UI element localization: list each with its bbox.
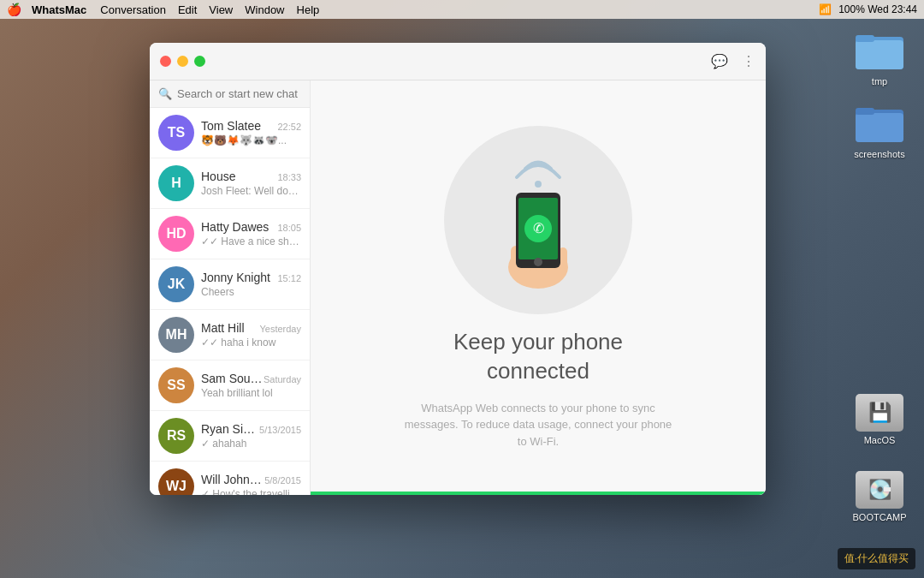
folder-icon-tmp [856,30,903,73]
folder-icon-screenshots [856,103,903,146]
chat-info-ryan: Ryan Singh 5/13/2015 ✓ ahahah [201,422,301,450]
sidebar: 🔍 TS Tom Slatee 22:52 [150,80,311,495]
search-bar: 🔍 [150,80,310,108]
desktop-icon-macos[interactable]: 💾 MacOS [845,394,914,445]
chat-item-hatty-dawes[interactable]: HD Hatty Dawes 18:05 ✓✓ Have a nice shif… [150,209,310,259]
avatar-tom-slatee: TS [158,115,194,151]
svg-rect-4 [856,113,903,142]
desktop-icon-bootcamp[interactable]: 💽 BOOTCAMP [845,471,914,522]
search-icon: 🔍 [158,87,172,100]
phone-illustration-svg: ✆ [453,134,624,306]
avatar-initials: WJ [158,468,194,495]
main-content: 🔍 TS Tom Slatee 22:52 [150,80,766,495]
chat-preview-tom: 🐯🐻🦊🐺🦝🐨... [201,134,301,146]
chat-info-will: Will Johnson 5/8/2015 ✓ How's the travel… [201,473,301,495]
menu-help[interactable]: Help [297,3,320,16]
search-input[interactable] [177,87,301,100]
chat-item-matt-hill[interactable]: MH Matt Hill Yesterday ✓✓ haha i know [150,310,310,361]
chat-list[interactable]: TS Tom Slatee 22:52 🐯🐻🦊🐺🦝🐨... [150,108,310,495]
apple-menu[interactable]: 🍎 [7,3,21,16]
maximize-button[interactable] [194,56,205,67]
menu-view[interactable]: View [209,3,233,16]
chat-info-sam: Sam Southall Saturday Yeah brilliant lol [201,372,301,399]
whatsmac-window: 💬 ⋮ 🔍 TS [150,43,766,495]
chat-name-sam: Sam Southall [201,372,264,385]
menu-edit[interactable]: Edit [178,3,197,16]
chat-time-house: 18:33 [277,172,301,182]
chat-preview-will: ✓ How's the travelling g... [201,488,301,495]
bottom-bar [311,492,766,495]
hdd-bootcamp-icon: 💽 [856,471,903,509]
icon-macos-label: MacOS [864,435,896,445]
chat-time-ryan: 5/13/2015 [259,425,301,435]
desktop: 🍎 WhatsMac Conversation Edit View Window… [0,0,924,578]
chat-name-will: Will Johnson [201,473,264,486]
avatar-initials: RS [158,418,194,454]
desktop-icon-screenshots[interactable]: screenshots [845,103,914,159]
chat-name-hatty: Hatty Dawes [201,220,269,234]
chat-time-sam: Saturday [264,374,301,384]
icon-tmp-label: tmp [872,76,887,86]
desktop-icon-tmp[interactable]: tmp [845,30,914,86]
watermark: 值·什么值得买 [838,548,915,569]
menubar: 🍎 WhatsMac Conversation Edit View Window… [0,0,924,19]
avatar-initials: JK [158,266,194,302]
chat-name-ryan: Ryan Singh [201,422,259,436]
phone-illustration: ✆ Keep your phone connected WhatsApp Web… [401,126,675,450]
avatar-jonny: JK [158,266,194,302]
svg-point-6 [535,181,542,188]
minimize-button[interactable] [177,56,188,67]
traffic-lights [160,56,205,67]
chat-preview-jonny: Cheers [201,286,301,298]
chat-preview-ryan: ✓ ahahah [201,438,301,450]
menu-window[interactable]: Window [245,3,284,16]
chat-info-jonny: Jonny Knight 15:12 Cheers [201,271,301,298]
titlebar-icons: 💬 ⋮ [711,53,755,69]
chat-name-jonny: Jonny Knight [201,271,270,284]
phone-circle: ✆ [444,126,632,314]
main-title: Keep your phone connected [453,328,623,386]
compose-icon[interactable]: 💬 [711,53,728,69]
chat-item-house[interactable]: H House 18:33 Josh Fleet: Well done litt… [150,158,310,209]
main-subtitle: WhatsApp Web connects to your phone to s… [401,400,675,450]
avatar-hatty: HD [158,216,194,252]
chat-info-house: House 18:33 Josh Fleet: Well done litt..… [201,170,301,197]
chat-time-will: 5/8/2015 [264,475,301,486]
close-button[interactable] [160,56,171,67]
chat-preview-matt: ✓✓ haha i know [201,337,301,349]
avatar-initials: SS [158,367,194,403]
chat-name-matt: Matt Hill [201,321,245,335]
chat-info-hatty: Hatty Dawes 18:05 ✓✓ Have a nice shift!!… [201,220,301,247]
chat-info-matt: Matt Hill Yesterday ✓✓ haha i know [201,321,301,349]
wifi-icon: 📶 [819,3,832,15]
clock: 100% Wed 23:44 [838,3,917,15]
chat-item-ryan-singh[interactable]: RS Ryan Singh 5/13/2015 ✓ ahahah [150,411,310,462]
chat-item-tom-slatee[interactable]: TS Tom Slatee 22:52 🐯🐻🦊🐺🦝🐨... [150,108,310,158]
avatar-initials: TS [158,115,194,151]
svg-rect-2 [856,35,874,42]
titlebar: 💬 ⋮ [150,43,766,80]
svg-text:✆: ✆ [533,221,544,235]
chat-preview-house: Josh Fleet: Well done litt... [201,185,301,197]
chat-preview-hatty: ✓✓ Have a nice shift!!! [201,235,301,247]
app-name[interactable]: WhatsMac [32,3,86,16]
hdd-macos-icon: 💾 [856,394,903,432]
chat-item-sam-southall[interactable]: SS Sam Southall Saturday Yeah brilliant … [150,361,310,411]
chat-time-jonny: 15:12 [277,273,301,283]
chat-time-matt: Yesterday [259,324,301,334]
avatar-initials: H [158,165,194,201]
avatar-matt: MH [158,317,194,353]
svg-point-17 [534,258,542,266]
right-panel: ✆ Keep your phone connected WhatsApp Web… [311,80,766,495]
icon-bootcamp-label: BOOTCAMP [853,512,907,522]
svg-rect-5 [856,108,874,115]
chat-info-tom: Tom Slatee 22:52 🐯🐻🦊🐺🦝🐨... [201,119,301,146]
menu-conversation[interactable]: Conversation [100,3,166,16]
chat-item-jonny-knight[interactable]: JK Jonny Knight 15:12 Cheers [150,259,310,310]
svg-rect-1 [856,40,903,69]
chat-time-hatty: 18:05 [277,223,301,233]
chat-time-tom: 22:52 [277,122,301,132]
menu-icon[interactable]: ⋮ [742,53,755,69]
chat-item-will-johnson[interactable]: WJ Will Johnson 5/8/2015 ✓ How's the tra… [150,462,310,495]
icon-screenshots-label: screenshots [854,149,904,159]
